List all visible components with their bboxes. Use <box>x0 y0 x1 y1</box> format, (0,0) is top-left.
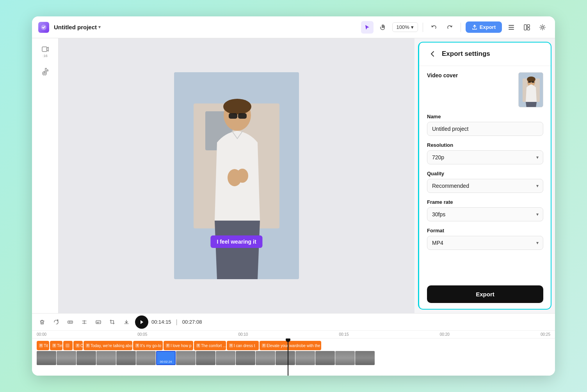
panel-back-button[interactable] <box>427 48 438 59</box>
clip-elevate[interactable]: Elevate your wardrobe with the Men's D <box>260 341 321 350</box>
project-title[interactable]: Untitled project ▾ <box>54 24 101 30</box>
sidebar-icon-label: :16 <box>43 54 48 58</box>
svg-rect-6 <box>527 28 530 30</box>
svg-rect-5 <box>527 25 530 27</box>
main-area: :16 <box>32 38 555 313</box>
svg-rect-8 <box>42 47 47 52</box>
crop-button[interactable] <box>107 317 118 328</box>
hand-tool-button[interactable] <box>377 21 389 34</box>
ruler-marks: 00:00 00:05 00:10 00:15 00:20 00:25 <box>37 332 550 337</box>
video-thumb-6 <box>136 351 156 365</box>
video-thumb-15 <box>315 351 335 365</box>
sidebar-video-button[interactable]: :16 <box>37 43 54 60</box>
quality-label: Quality <box>427 171 543 176</box>
framerate-select-wrapper: 30fps 24fps 25fps 60fps <box>427 207 543 221</box>
divider-2 <box>461 23 461 32</box>
clip-i-can-dress[interactable]: I can dress t <box>227 341 259 350</box>
zoom-chevron-icon: ▾ <box>411 24 414 30</box>
framerate-select[interactable]: 30fps 24fps 25fps 60fps <box>427 207 543 221</box>
quality-select[interactable]: Recommended Low Medium High <box>427 179 543 193</box>
zoom-selector[interactable]: 100% ▾ <box>392 22 418 32</box>
video-thumb-17 <box>355 351 375 365</box>
svg-rect-3 <box>509 29 514 30</box>
split-button[interactable] <box>79 317 90 328</box>
app-header: Untitled project ▾ 100% ▾ <box>32 16 555 38</box>
video-thumb-7: 00:02:24 <box>156 351 176 365</box>
export-button-label: Export <box>480 24 496 30</box>
video-preview: I feel wearing it <box>174 72 299 279</box>
svg-rect-23 <box>528 81 531 83</box>
name-input[interactable] <box>427 122 543 136</box>
ruler-mark-2: 00:10 <box>238 332 248 337</box>
header-tools: 100% ▾ Export <box>361 21 549 34</box>
video-thumb-11 <box>236 351 255 365</box>
panel-title: Export settings <box>442 50 490 58</box>
video-thumb-3 <box>76 351 96 365</box>
svg-rect-4 <box>524 25 527 30</box>
video-thumb-8 <box>176 351 196 365</box>
left-sidebar: :16 <box>32 38 59 313</box>
video-thumb-1 <box>37 351 56 365</box>
play-button[interactable] <box>135 315 148 329</box>
ruler-mark-5: 00:25 <box>541 332 550 337</box>
settings-button[interactable] <box>536 21 549 34</box>
clip-tim-1[interactable]: Tim <box>50 341 62 350</box>
subtitle-text: I feel wearing it <box>217 239 256 245</box>
clip-c-1[interactable]: C <box>73 341 83 350</box>
export-action-button[interactable]: Export <box>427 285 543 303</box>
layout-button[interactable] <box>521 21 533 34</box>
video-thumb-13 <box>276 351 295 365</box>
clip-its-my-go-to[interactable]: It's my go-to <box>133 341 163 350</box>
video-thumb-9 <box>196 351 215 365</box>
svg-rect-34 <box>66 344 69 347</box>
resolution-select-wrapper: 720p 360p 480p 1080p 4K <box>427 150 543 164</box>
chevron-down-icon: ▾ <box>98 25 101 30</box>
playhead <box>288 339 288 376</box>
timeline-controls: 00:14:15 | 00:27:08 <box>32 314 555 331</box>
quality-select-wrapper: Recommended Low Medium High <box>427 179 543 193</box>
canvas-area: I feel wearing it <box>59 38 414 313</box>
layers-button[interactable] <box>505 21 518 34</box>
clip-small-1[interactable] <box>63 341 73 350</box>
clip-tit-1[interactable]: Tit <box>37 341 49 350</box>
trim-button[interactable] <box>65 317 76 328</box>
export-panel: Export settings Video cover <box>418 42 551 309</box>
undo-button[interactable] <box>428 21 440 34</box>
timeline-ruler: 00:00 00:05 00:10 00:15 00:20 00:25 <box>32 331 555 339</box>
download-button[interactable] <box>121 317 132 328</box>
export-action-label: Export <box>476 291 495 298</box>
video-thumb-12 <box>256 351 275 365</box>
clip-today[interactable]: Today, we're talking about the p <box>84 341 132 350</box>
loop-button[interactable] <box>51 317 62 328</box>
sidebar-tiktok-button[interactable] <box>37 63 54 80</box>
video-background <box>174 72 299 279</box>
name-field-group: Name <box>427 114 543 136</box>
time-separator: | <box>176 319 178 326</box>
export-button[interactable]: Export <box>466 21 502 33</box>
video-cover-label: Video cover <box>427 72 514 78</box>
zoom-value: 100% <box>397 24 409 30</box>
resolution-select[interactable]: 720p 360p 480p 1080p 4K <box>427 150 543 164</box>
video-thumb-14 <box>295 351 315 365</box>
delete-clip-button[interactable] <box>37 317 48 328</box>
svg-rect-25 <box>68 321 73 323</box>
svg-rect-2 <box>509 27 514 28</box>
project-title-text: Untitled project <box>54 24 97 30</box>
ruler-mark-1: 00:05 <box>137 332 147 337</box>
svg-point-13 <box>223 99 251 114</box>
app-logo <box>38 22 49 33</box>
total-time: 00:27:08 <box>182 319 202 325</box>
name-label: Name <box>427 114 543 119</box>
format-field-group: Format MP4 MOV AVI GIF <box>427 228 543 250</box>
framerate-label: Frame rate <box>427 199 543 205</box>
video-thumb-10 <box>216 351 235 365</box>
format-select[interactable]: MP4 MOV AVI GIF <box>427 236 543 250</box>
cover-thumbnail[interactable] <box>518 72 543 107</box>
clip-the-comfort[interactable]: The comfort ... <box>194 341 226 350</box>
pointer-tool-button[interactable] <box>361 21 374 34</box>
framerate-field-group: Frame rate 30fps 24fps 25fps 60fps <box>427 199 543 221</box>
subtitle-button[interactable] <box>93 317 104 328</box>
timeline-area: 00:14:15 | 00:27:08 00:00 00:05 00:10 00… <box>32 313 555 376</box>
redo-button[interactable] <box>443 21 456 34</box>
clip-i-love-how[interactable]: I love how p <box>164 341 193 350</box>
